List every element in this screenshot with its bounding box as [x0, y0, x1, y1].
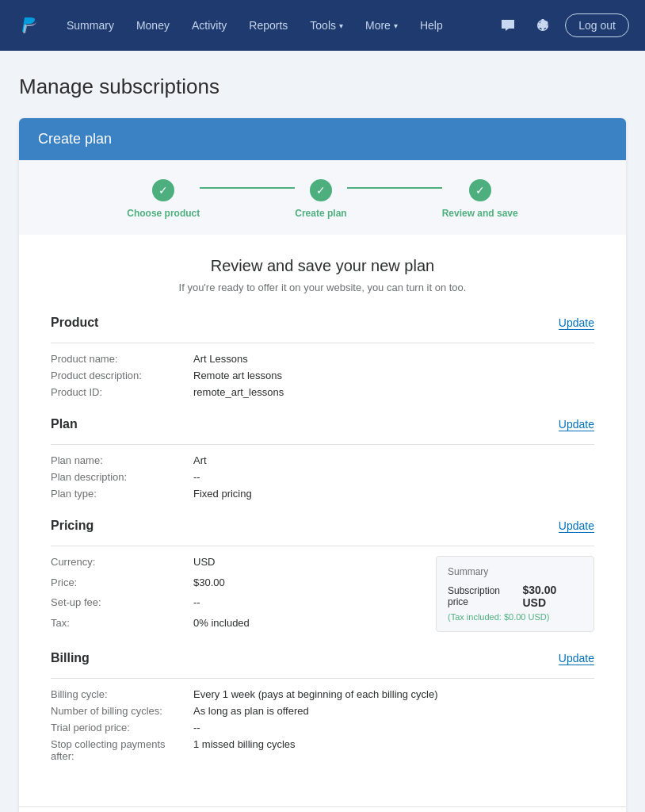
step-2-label: Create plan	[295, 208, 346, 219]
pricing-section-header: Pricing Update	[51, 519, 594, 536]
step-2-check: ✓	[310, 179, 332, 201]
setup-fee-label: Set-up fee:	[51, 596, 193, 612]
plan-type-label: Plan type:	[51, 488, 193, 500]
page-title: Manage subscriptions	[19, 75, 626, 99]
plan-name-label: Plan name:	[51, 454, 193, 466]
nav-more[interactable]: More▾	[356, 13, 407, 38]
billing-section: Billing Update Billing cycle: Every 1 we…	[51, 651, 594, 762]
product-data-rows: Product name: Art Lessons Product descri…	[51, 353, 594, 398]
step-3-label: Review and save	[442, 208, 518, 219]
review-subtitle: If you're ready to offer it on your webs…	[51, 282, 594, 293]
pricing-section-title: Pricing	[51, 519, 94, 533]
settings-icon[interactable]	[530, 13, 555, 38]
paypal-logo	[16, 11, 44, 40]
step-review-save: ✓ Review and save	[442, 179, 518, 219]
billing-divider	[51, 678, 594, 679]
summary-price-row: Subscription price $30.00 USD	[448, 584, 582, 609]
step-choose-product: ✓ Choose product	[127, 179, 200, 219]
plan-section-header: Plan Update	[51, 417, 594, 435]
billing-section-header: Billing Update	[51, 651, 594, 668]
nav-activity[interactable]: Activity	[182, 13, 236, 38]
step-1-label: Choose product	[127, 208, 200, 219]
pricing-section: Pricing Update Currency: USD Price: $30.…	[51, 519, 594, 632]
card-footer: Cancel Previous Save Plan	[19, 806, 626, 812]
nav-summary[interactable]: Summary	[57, 13, 124, 38]
price-value: $30.00	[193, 576, 426, 592]
tax-label: Tax:	[51, 617, 193, 633]
plan-type-value: Fixed pricing	[193, 488, 594, 500]
summary-box: Summary Subscription price $30.00 USD (T…	[436, 556, 594, 632]
create-plan-card: Create plan ✓ Choose product ✓ Create pl…	[19, 118, 626, 812]
logout-button[interactable]: Log out	[565, 13, 629, 37]
product-desc-value: Remote art lessons	[193, 370, 594, 381]
plan-desc-value: --	[193, 471, 594, 483]
billing-update-link[interactable]: Update	[559, 652, 594, 665]
nav-links: Summary Money Activity Reports Tools▾ Mo…	[57, 13, 495, 38]
plan-divider	[51, 444, 594, 445]
nav-help[interactable]: Help	[410, 13, 452, 38]
product-desc-label: Product description:	[51, 370, 193, 381]
card-body: Review and save your new plan If you're …	[19, 235, 626, 806]
product-id-value: remote_art_lessons	[193, 386, 594, 398]
product-section: Product Update Product name: Art Lessons…	[51, 316, 594, 398]
stop-collect-value: 1 missed billing cycles	[193, 738, 594, 762]
plan-name-value: Art	[193, 454, 594, 466]
billing-cycle-label: Billing cycle:	[51, 688, 193, 700]
summary-box-title: Summary	[448, 566, 582, 577]
product-id-label: Product ID:	[51, 386, 193, 398]
nav-right: Log out	[495, 13, 629, 38]
step-line-2	[347, 187, 442, 189]
pricing-divider	[51, 546, 594, 546]
product-section-header: Product Update	[51, 316, 594, 333]
nav-money[interactable]: Money	[127, 13, 179, 38]
product-divider	[51, 343, 594, 343]
stop-collect-label: Stop collecting payments after:	[51, 738, 193, 762]
billing-data-rows: Billing cycle: Every 1 week (pays at beg…	[51, 688, 594, 762]
trial-price-value: --	[193, 722, 594, 733]
plan-update-link[interactable]: Update	[559, 418, 594, 431]
product-name-value: Art Lessons	[193, 353, 594, 365]
step-1-check: ✓	[152, 179, 174, 201]
page-content: Manage subscriptions Create plan ✓ Choos…	[0, 51, 645, 812]
plan-data-rows: Plan name: Art Plan description: -- Plan…	[51, 454, 594, 500]
step-line-1	[200, 187, 295, 189]
step-create-plan: ✓ Create plan	[295, 179, 346, 219]
nav-tools[interactable]: Tools▾	[300, 13, 353, 38]
pricing-update-link[interactable]: Update	[559, 519, 594, 533]
pricing-data-rows: Currency: USD Price: $30.00 Set-up fee: …	[51, 556, 426, 632]
currency-label: Currency:	[51, 556, 193, 572]
chat-icon[interactable]	[495, 13, 521, 38]
num-cycles-label: Number of billing cycles:	[51, 705, 193, 717]
card-header-title: Create plan	[38, 131, 112, 147]
summary-tax: (Tax included: $0.00 USD)	[448, 612, 582, 622]
product-name-label: Product name:	[51, 353, 193, 365]
plan-section-title: Plan	[51, 417, 78, 431]
review-title: Review and save your new plan	[51, 257, 594, 275]
steps-bar: ✓ Choose product ✓ Create plan ✓ Review …	[19, 160, 626, 235]
product-section-title: Product	[51, 316, 98, 330]
card-header: Create plan	[19, 118, 626, 160]
plan-desc-label: Plan description:	[51, 471, 193, 483]
currency-value: USD	[193, 556, 426, 572]
billing-section-title: Billing	[51, 651, 90, 665]
tax-value: 0% included	[193, 617, 426, 633]
product-update-link[interactable]: Update	[559, 316, 594, 330]
step-3-check: ✓	[469, 179, 491, 201]
billing-cycle-value: Every 1 week (pays at beginning of each …	[193, 688, 594, 700]
pricing-grid: Currency: USD Price: $30.00 Set-up fee: …	[51, 556, 594, 632]
plan-section: Plan Update Plan name: Art Plan descript…	[51, 417, 594, 500]
price-label: Price:	[51, 576, 193, 592]
setup-fee-value: --	[193, 596, 426, 612]
nav-reports[interactable]: Reports	[239, 13, 297, 38]
num-cycles-value: As long as plan is offered	[193, 705, 594, 717]
trial-price-label: Trial period price:	[51, 722, 193, 733]
subscription-price: $30.00 USD	[522, 584, 582, 609]
subscription-label: Subscription price	[448, 585, 522, 607]
